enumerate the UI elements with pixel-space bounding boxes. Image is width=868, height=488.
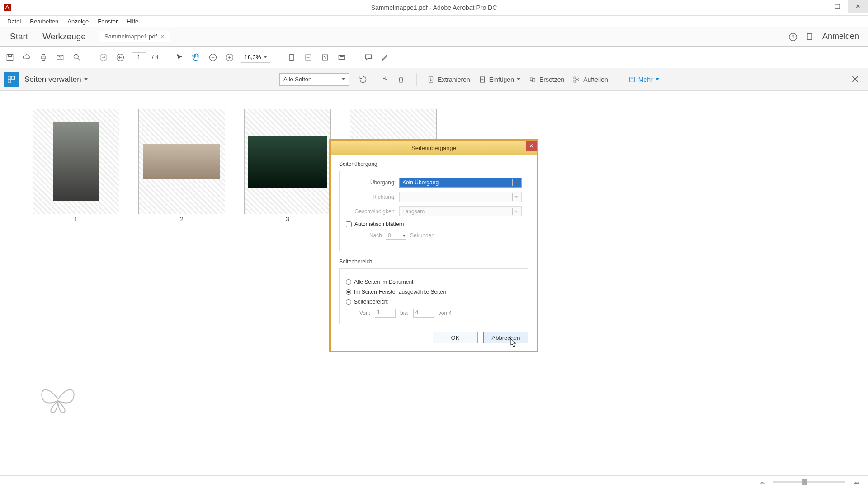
help-icon[interactable]: ?: [788, 32, 797, 41]
menu-file[interactable]: Datei: [3, 17, 25, 26]
svg-rect-20: [12, 76, 14, 79]
email-icon[interactable]: [55, 52, 66, 63]
split-button[interactable]: Aufteilen: [572, 75, 608, 84]
menu-window[interactable]: Fenster: [93, 17, 122, 26]
highlight-icon[interactable]: [380, 52, 391, 63]
svg-rect-24: [530, 77, 533, 80]
menu-edit[interactable]: Bearbeiten: [25, 17, 63, 26]
tab-document-label: Sammelmappe1.pdf: [104, 33, 157, 40]
tab-start[interactable]: Start: [3, 29, 35, 44]
cancel-button[interactable]: Abbrechen: [483, 332, 528, 343]
zoom-out-icon[interactable]: [208, 52, 218, 63]
range-group-label: Seitenbereich: [339, 258, 528, 265]
organize-pages-bar: Seiten verwalten Alle Seiten Extrahieren…: [0, 68, 868, 91]
to-label: bis:: [400, 310, 409, 316]
radio-all-pages[interactable]: Alle Seiten im Dokument: [346, 279, 522, 285]
separator: [278, 51, 278, 64]
extract-button[interactable]: Extrahieren: [427, 75, 470, 84]
dialog-close-button[interactable]: ✕: [526, 141, 537, 151]
window-minimize-button[interactable]: —: [807, 0, 827, 13]
radio-page-range[interactable]: Seitenbereich:: [346, 299, 522, 305]
page-thumbnail[interactable]: 1: [33, 109, 119, 223]
search-icon[interactable]: [71, 52, 82, 63]
separator: [355, 51, 355, 64]
chevron-down-icon: [402, 235, 406, 237]
chevron-down-icon: [512, 179, 519, 186]
to-input[interactable]: 4: [413, 309, 434, 318]
thumbnails-large-icon[interactable]: [852, 479, 862, 486]
more-button[interactable]: Mehr: [628, 76, 659, 83]
fit-page-icon[interactable]: [303, 52, 314, 63]
save-icon[interactable]: [5, 52, 15, 63]
hand-tool-icon[interactable]: [191, 52, 202, 63]
cloud-icon[interactable]: [21, 52, 32, 63]
separator: [416, 73, 417, 86]
svg-rect-15: [290, 54, 293, 60]
of-total-label: von 4: [439, 310, 452, 316]
zoom-slider[interactable]: [773, 481, 845, 483]
page-prev-icon[interactable]: [98, 52, 109, 63]
speed-label: Geschwindigkeit:: [346, 208, 396, 215]
fit-width-icon[interactable]: [286, 52, 297, 63]
page-number-input[interactable]: [132, 52, 146, 62]
delete-icon[interactable]: [396, 74, 406, 85]
rotate-right-icon[interactable]: [377, 74, 387, 85]
range-fieldset: Alle Seiten im Dokument Im Seiten-Fenste…: [339, 268, 528, 324]
rotate-left-icon[interactable]: [358, 74, 368, 85]
thumbnail-image: [248, 136, 327, 188]
ok-button[interactable]: OK: [433, 332, 478, 343]
thumbnail-image: [53, 122, 99, 201]
tab-document[interactable]: Sammelmappe1.pdf ×: [99, 31, 170, 42]
notifications-icon[interactable]: [805, 32, 814, 41]
menu-help[interactable]: Hilfe: [122, 17, 143, 26]
seconds-label: Sekunden: [410, 232, 434, 239]
butterfly-watermark-icon: [35, 379, 80, 415]
radio-icon: [346, 289, 351, 295]
login-link[interactable]: Anmelden: [822, 32, 859, 41]
transition-select[interactable]: Kein Übergang: [399, 178, 522, 188]
separator: [166, 51, 166, 64]
zoom-level-select[interactable]: 18,3%: [241, 52, 270, 63]
organize-pages-title[interactable]: Seiten verwalten: [24, 75, 88, 84]
chevron-down-icon: [84, 78, 88, 80]
thumbnail-page-number: 1: [33, 216, 119, 223]
direction-select: [399, 192, 522, 202]
dialog-titlebar[interactable]: Seitenübergänge ✕: [331, 141, 537, 155]
tab-tools[interactable]: Werkzeuge: [35, 29, 93, 44]
zoom-value: 18,3%: [244, 54, 261, 61]
transition-group-label: Seitenübergang: [339, 161, 528, 167]
organize-pages-icon: [4, 72, 19, 87]
rotate-view-icon[interactable]: [320, 52, 330, 63]
page-thumbnail[interactable]: 2: [138, 109, 225, 223]
separator: [618, 73, 618, 86]
thumbnails-small-icon[interactable]: [759, 479, 767, 485]
svg-rect-4: [7, 54, 13, 60]
close-panel-button[interactable]: ✕: [851, 74, 864, 85]
page-total-label: / 4: [152, 54, 158, 61]
page-thumbnail[interactable]: 3: [244, 109, 331, 223]
speed-select: Langsam: [399, 206, 522, 216]
insert-button[interactable]: Einfügen: [478, 75, 520, 84]
after-label: Nach: [355, 232, 382, 239]
radio-selected-pages[interactable]: Im Seiten-Fenster ausgewählte Seiten: [346, 289, 522, 295]
svg-rect-5: [9, 54, 12, 56]
mouse-cursor-icon: [510, 338, 517, 348]
main-toolbar: / 4 18,3%: [0, 47, 868, 68]
window-close-button[interactable]: ✕: [848, 0, 868, 13]
page-filter-select[interactable]: Alle Seiten: [279, 73, 349, 86]
menu-view[interactable]: Anzeige: [63, 17, 93, 26]
auto-flip-checkbox[interactable]: [346, 221, 352, 227]
tab-document-close-icon[interactable]: ×: [160, 33, 164, 40]
selection-tool-icon[interactable]: [174, 52, 185, 63]
comment-icon[interactable]: [363, 52, 374, 63]
read-mode-icon[interactable]: [336, 52, 347, 63]
replace-button[interactable]: Ersetzen: [528, 75, 564, 84]
page-next-icon[interactable]: [115, 52, 126, 63]
thumbnail-image: [143, 144, 220, 179]
window-maximize-button[interactable]: ☐: [827, 0, 848, 13]
svg-point-26: [574, 77, 576, 79]
from-input[interactable]: 1: [375, 309, 396, 318]
zoom-in-icon[interactable]: [224, 52, 235, 63]
page-transitions-dialog: Seitenübergänge ✕ Seitenübergang Übergan…: [329, 139, 538, 352]
print-icon[interactable]: [38, 52, 49, 63]
